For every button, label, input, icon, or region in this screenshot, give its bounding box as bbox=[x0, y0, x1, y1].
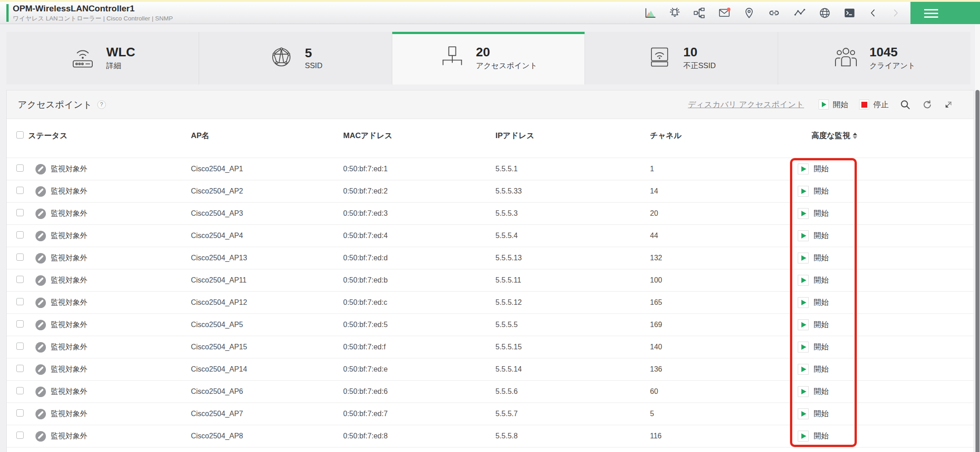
help-icon[interactable]: ? bbox=[97, 100, 106, 109]
row-start-button[interactable]: 開始 bbox=[795, 208, 974, 219]
page: OPM-WirelessLANController1 ワイヤレス LANコントロ… bbox=[0, 0, 980, 452]
row-start-button[interactable]: 開始 bbox=[795, 275, 974, 286]
mail-icon[interactable] bbox=[718, 7, 731, 19]
channel-cell: 140 bbox=[650, 343, 795, 351]
row-checkbox[interactable] bbox=[16, 253, 24, 261]
status-cell: 監視対象外 bbox=[28, 209, 191, 219]
ip-address-cell: 5.5.5.13 bbox=[495, 254, 650, 262]
hamburger-menu-button[interactable] bbox=[910, 2, 980, 24]
table-row: 監視対象外 Cisco2504_AP7 0:50:bf:7:ed:7 5.5.5… bbox=[7, 403, 974, 425]
row-checkbox[interactable] bbox=[16, 320, 24, 328]
row-checkbox[interactable] bbox=[16, 387, 24, 394]
play-icon bbox=[798, 319, 809, 330]
status-label: 監視対象外 bbox=[51, 298, 87, 308]
status-label: 監視対象外 bbox=[51, 343, 87, 352]
mac-address-cell: 0:50:bf:7:ed:d bbox=[343, 254, 495, 262]
tab-ssid[interactable]: 5 SSID bbox=[199, 32, 392, 84]
tab-rogue-value: 10 bbox=[683, 45, 716, 59]
tab-rogue-label: 不正SSID bbox=[683, 61, 716, 71]
unmanaged-status-icon bbox=[35, 164, 46, 174]
row-start-button[interactable]: 開始 bbox=[795, 164, 974, 174]
chevron-right-icon[interactable] bbox=[890, 7, 900, 19]
workflow-icon[interactable] bbox=[693, 7, 705, 19]
row-start-button[interactable]: 開始 bbox=[795, 342, 974, 353]
row-start-button[interactable]: 開始 bbox=[795, 186, 974, 197]
stop-button-label: 停止 bbox=[873, 99, 889, 110]
device-title: OPM-WirelessLANController1 bbox=[13, 4, 135, 14]
mac-address-cell: 0:50:bf:7:ed:4 bbox=[343, 232, 495, 240]
ap-name-cell: Cisco2504_AP12 bbox=[191, 298, 343, 307]
row-checkbox[interactable] bbox=[16, 298, 24, 305]
refresh-icon[interactable] bbox=[922, 99, 933, 110]
tab-rogue-ssid[interactable]: 10 不正SSID bbox=[585, 32, 778, 84]
tab-wlc-details[interactable]: WLC 詳細 bbox=[6, 32, 199, 84]
row-checkbox[interactable] bbox=[16, 231, 24, 238]
channel-cell: 20 bbox=[650, 209, 795, 218]
row-start-button[interactable]: 開始 bbox=[795, 297, 974, 308]
row-checkbox[interactable] bbox=[16, 187, 24, 194]
row-start-button[interactable]: 開始 bbox=[795, 319, 974, 330]
unmanaged-status-icon bbox=[35, 253, 46, 263]
select-all-checkbox[interactable] bbox=[16, 131, 24, 139]
row-checkbox[interactable] bbox=[16, 209, 24, 216]
discovery-access-points-link[interactable]: ディスカバリ アクセスポイント bbox=[688, 99, 804, 110]
row-start-button[interactable]: 開始 bbox=[795, 431, 974, 442]
row-start-button[interactable]: 開始 bbox=[795, 386, 974, 397]
ap-name-cell: Cisco2504_AP14 bbox=[191, 365, 343, 373]
row-checkbox[interactable] bbox=[16, 432, 24, 439]
mac-address-cell: 0:50:bf:7:ed:e bbox=[343, 365, 495, 373]
mac-address-cell: 0:50:bf:7:ed:7 bbox=[343, 410, 495, 418]
link-icon[interactable] bbox=[767, 7, 781, 19]
col-status: ステータス bbox=[28, 130, 191, 141]
tab-clients[interactable]: 1045 クライアント bbox=[778, 32, 970, 84]
play-icon bbox=[798, 342, 809, 353]
channel-cell: 1 bbox=[650, 165, 795, 173]
row-start-button[interactable]: 開始 bbox=[795, 408, 974, 419]
channel-cell: 165 bbox=[650, 298, 795, 307]
globe-icon[interactable] bbox=[819, 7, 831, 19]
row-start-label: 開始 bbox=[814, 298, 829, 308]
status-cell: 監視対象外 bbox=[28, 387, 191, 397]
scrollbar-thumb[interactable] bbox=[975, 90, 980, 452]
pulse-graph-icon[interactable] bbox=[793, 7, 806, 19]
status-cell: 監視対象外 bbox=[28, 164, 191, 174]
tab-access-points[interactable]: 20 アクセスポイント bbox=[392, 32, 585, 84]
search-icon[interactable] bbox=[900, 99, 911, 110]
status-label: 監視対象外 bbox=[51, 187, 87, 196]
alarm-bell-icon[interactable] bbox=[669, 7, 681, 19]
chevron-left-icon[interactable] bbox=[868, 7, 878, 19]
play-icon bbox=[798, 364, 809, 375]
status-label: 監視対象外 bbox=[51, 409, 87, 419]
row-start-label: 開始 bbox=[814, 231, 829, 241]
table-row: 監視対象外 Cisco2504_AP1 0:50:bf:7:ed:1 5.5.5… bbox=[7, 158, 974, 180]
terminal-icon[interactable] bbox=[843, 7, 856, 19]
status-cell: 監視対象外 bbox=[28, 409, 191, 419]
table-row: 監視対象外 Cisco2504_AP5 0:50:bf:7:ed:5 5.5.5… bbox=[7, 314, 974, 336]
col-advanced-monitoring-sort[interactable]: 高度な監視 bbox=[795, 130, 974, 141]
col-channel: チャネル bbox=[650, 130, 795, 141]
row-checkbox[interactable] bbox=[16, 343, 24, 350]
row-checkbox[interactable] bbox=[16, 409, 24, 417]
resize-diagonal-icon[interactable] bbox=[944, 100, 953, 109]
row-checkbox[interactable] bbox=[16, 276, 24, 283]
row-start-label: 開始 bbox=[814, 320, 829, 330]
scrollbar-track[interactable] bbox=[975, 25, 980, 452]
row-start-button[interactable]: 開始 bbox=[795, 364, 974, 375]
play-icon bbox=[798, 408, 809, 419]
row-start-button[interactable]: 開始 bbox=[795, 253, 974, 263]
status-cell: 監視対象外 bbox=[28, 342, 191, 353]
start-monitor-button[interactable]: 開始 bbox=[819, 99, 848, 110]
status-cell: 監視対象外 bbox=[28, 186, 191, 197]
row-checkbox[interactable] bbox=[16, 365, 24, 372]
stop-monitor-button[interactable]: 停止 bbox=[859, 99, 889, 110]
performance-chart-icon[interactable] bbox=[644, 7, 656, 19]
unmanaged-status-icon bbox=[35, 409, 46, 419]
mac-address-cell: 0:50:bf:7:ed:6 bbox=[343, 387, 495, 396]
tab-clients-label: クライアント bbox=[870, 61, 915, 71]
location-pin-icon[interactable] bbox=[743, 7, 755, 19]
row-checkbox[interactable] bbox=[16, 164, 24, 172]
unmanaged-status-icon bbox=[35, 298, 46, 308]
row-start-button[interactable]: 開始 bbox=[795, 230, 974, 241]
status-cell: 監視対象外 bbox=[28, 298, 191, 308]
channel-cell: 100 bbox=[650, 276, 795, 284]
